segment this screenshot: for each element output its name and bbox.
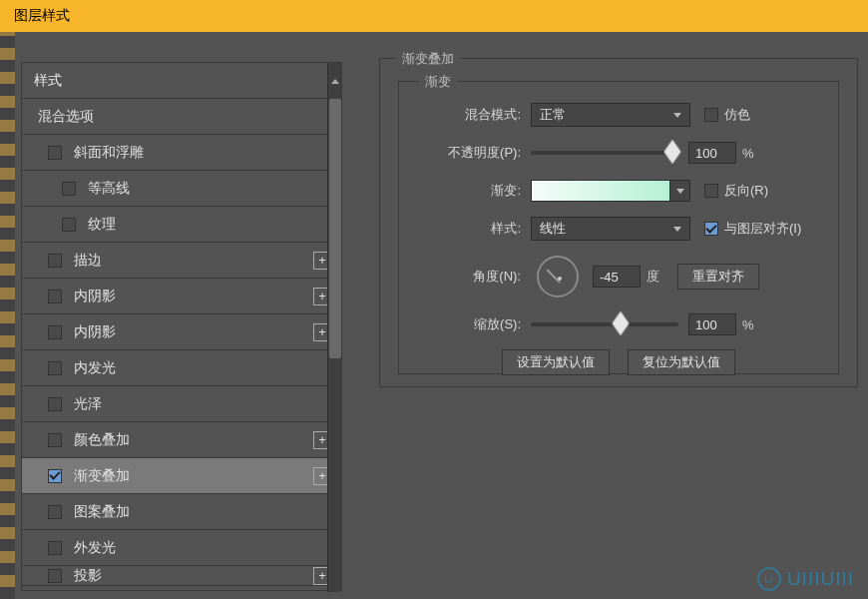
percent-icon: % xyxy=(742,317,754,332)
sidebar-item-9[interactable]: 颜色叠加+ xyxy=(22,422,341,458)
sidebar-item-label: 内阴影 xyxy=(74,323,116,341)
angle-label: 角度(N): xyxy=(413,268,521,286)
sidebar-header[interactable]: 样式 xyxy=(22,63,341,99)
title-bar: 图层样式 xyxy=(0,0,868,32)
sidebar-item-label: 渐变叠加 xyxy=(74,467,130,485)
angle-input[interactable]: -45 xyxy=(593,266,641,288)
sidebar-item-8[interactable]: 光泽 xyxy=(22,386,341,422)
sidebar-item-10[interactable]: 渐变叠加+ xyxy=(22,458,341,494)
gradient-label: 渐变: xyxy=(413,182,521,200)
reset-default-button[interactable]: 复位为默认值 xyxy=(628,349,735,375)
sidebar-item-label: 混合选项 xyxy=(38,108,94,126)
sidebar-checkbox[interactable] xyxy=(48,146,62,160)
reverse-label: 反向(R) xyxy=(724,182,768,200)
gradient-overlay-panel: 渐变叠加 渐变 混合模式: 正常 仿色 不透明度(P): 100 % 渐变: xyxy=(379,58,858,387)
angle-dial[interactable] xyxy=(537,256,579,298)
sidebar-header-label: 样式 xyxy=(34,72,62,90)
sidebar-item-13[interactable]: 投影+ xyxy=(22,566,341,586)
sidebar-item-label: 光泽 xyxy=(74,395,102,413)
sidebar-item-label: 纹理 xyxy=(88,216,116,234)
blend-mode-label: 混合模式: xyxy=(413,106,521,124)
sidebar-item-7[interactable]: 内发光 xyxy=(22,350,341,386)
sidebar-checkbox[interactable] xyxy=(48,433,62,447)
window-title: 图层样式 xyxy=(14,7,70,25)
sidebar-checkbox[interactable] xyxy=(48,325,62,339)
sidebar-item-label: 颜色叠加 xyxy=(74,431,130,449)
sidebar-scrollbar[interactable] xyxy=(327,99,341,592)
align-checkbox[interactable] xyxy=(704,222,718,236)
panel-group-title: 渐变叠加 xyxy=(396,50,460,68)
sidebar-item-label: 投影 xyxy=(74,567,102,585)
opacity-input[interactable]: 100 xyxy=(688,142,736,164)
sidebar-item-12[interactable]: 外发光 xyxy=(22,530,341,566)
sidebar-item-label: 图案叠加 xyxy=(74,503,130,521)
sidebar-checkbox[interactable] xyxy=(48,569,62,583)
sidebar-checkbox[interactable] xyxy=(48,254,62,268)
percent-icon: % xyxy=(742,146,754,161)
gradient-dropdown-icon[interactable] xyxy=(670,180,690,202)
sidebar-scroll-up-icon[interactable] xyxy=(327,63,341,99)
scale-input[interactable]: 100 xyxy=(688,313,736,335)
sidebar-item-2[interactable]: 等高线 xyxy=(22,171,341,207)
sidebar-item-5[interactable]: 内阴影+ xyxy=(22,279,341,314)
align-label: 与图层对齐(I) xyxy=(724,220,801,238)
sidebar-item-3[interactable]: 纹理 xyxy=(22,207,341,243)
sidebar-checkbox[interactable] xyxy=(48,505,62,519)
panel-inner-title: 渐变 xyxy=(419,73,457,91)
opacity-slider[interactable] xyxy=(531,151,678,155)
styles-sidebar: 样式 混合选项斜面和浮雕等高线纹理描边+内阴影+内阴影+内发光光泽颜色叠加+渐变… xyxy=(21,62,342,591)
set-default-button[interactable]: 设置为默认值 xyxy=(502,349,610,375)
opacity-knob[interactable] xyxy=(663,139,682,166)
dither-label: 仿色 xyxy=(724,106,750,124)
scale-slider[interactable] xyxy=(531,322,678,326)
sidebar-item-label: 外发光 xyxy=(74,539,116,557)
scale-label: 缩放(S): xyxy=(413,315,521,333)
sidebar-checkbox[interactable] xyxy=(48,361,62,375)
sidebar-item-11[interactable]: 图案叠加 xyxy=(22,494,341,530)
sidebar-scroll-thumb[interactable] xyxy=(329,99,341,358)
sidebar-checkbox[interactable] xyxy=(48,290,62,303)
opacity-label: 不透明度(P): xyxy=(413,144,521,162)
sidebar-checkbox[interactable] xyxy=(62,218,76,232)
style-label: 样式: xyxy=(413,220,521,238)
reset-align-button[interactable]: 重置对齐 xyxy=(677,264,759,290)
sidebar-item-4[interactable]: 描边+ xyxy=(22,243,341,279)
style-select[interactable]: 线性 xyxy=(531,217,690,241)
sidebar-checkbox[interactable] xyxy=(62,182,76,196)
sidebar-item-1[interactable]: 斜面和浮雕 xyxy=(22,135,341,171)
sidebar-item-6[interactable]: 内阴影+ xyxy=(22,314,341,350)
sidebar-checkbox[interactable] xyxy=(48,397,62,411)
blend-mode-select[interactable]: 正常 xyxy=(531,103,690,127)
dither-checkbox[interactable] xyxy=(704,108,718,122)
sidebar-item-label: 描边 xyxy=(74,252,102,270)
sidebar-item-0[interactable]: 混合选项 xyxy=(22,99,341,135)
sidebar-checkbox[interactable] xyxy=(48,469,62,483)
sidebar-checkbox[interactable] xyxy=(48,541,62,555)
scale-knob[interactable] xyxy=(612,310,631,337)
sidebar-item-label: 斜面和浮雕 xyxy=(74,144,144,162)
reverse-checkbox[interactable] xyxy=(704,184,718,198)
sidebar-item-label: 内发光 xyxy=(74,359,116,377)
gradient-preview[interactable] xyxy=(531,180,670,202)
watermark-logo: UUIIIUIII xyxy=(757,567,854,591)
sidebar-item-label: 内阴影 xyxy=(74,288,116,305)
angle-unit: 度 xyxy=(647,268,659,286)
sidebar-item-label: 等高线 xyxy=(88,180,130,198)
